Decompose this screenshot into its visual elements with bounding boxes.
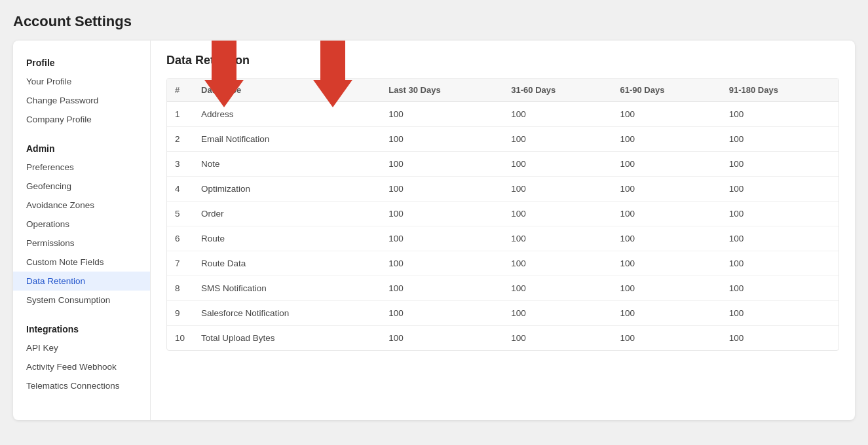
table-header-row: # Data Type Last 30 Days 31-60 Days 61-9… xyxy=(167,79,839,102)
cell-31-60: 100 xyxy=(503,127,612,152)
cell-61-90: 100 xyxy=(612,251,721,276)
cell-num: 8 xyxy=(167,276,193,301)
sidebar-item-system-consumption[interactable]: System Consumption xyxy=(13,291,150,310)
cell-91-180: 100 xyxy=(721,177,839,202)
table-row: 7 Route Data 100 100 100 100 xyxy=(167,251,839,276)
cell-last30: 100 xyxy=(381,226,503,251)
cell-91-180: 100 xyxy=(721,251,839,276)
cell-type: Total Upload Bytes xyxy=(193,326,381,351)
cell-61-90: 100 xyxy=(612,301,721,326)
cell-31-60: 100 xyxy=(503,102,612,127)
table-row: 4 Optimization 100 100 100 100 xyxy=(167,177,839,202)
cell-last30: 100 xyxy=(381,202,503,226)
cell-61-90: 100 xyxy=(612,276,721,301)
cell-31-60: 100 xyxy=(503,276,612,301)
cell-61-90: 100 xyxy=(612,102,721,127)
sidebar-item-activity-feed-webhook[interactable]: Activity Feed Webhook xyxy=(13,357,150,376)
cell-61-90: 100 xyxy=(612,326,721,351)
sidebar-item-data-retention[interactable]: Data Retention xyxy=(13,272,150,291)
cell-last30: 100 xyxy=(381,276,503,301)
page-title: Account Settings xyxy=(13,13,855,30)
sidebar-item-permissions[interactable]: Permissions xyxy=(13,234,150,253)
cell-last30: 100 xyxy=(381,102,503,127)
col-header-last30: Last 30 Days xyxy=(381,79,503,102)
cell-num: 2 xyxy=(167,127,193,152)
cell-31-60: 100 xyxy=(503,326,612,351)
table-row: 8 SMS Notification 100 100 100 100 xyxy=(167,276,839,301)
cell-91-180: 100 xyxy=(721,301,839,326)
col-header-31-60: 31-60 Days xyxy=(503,79,612,102)
col-header-91-180: 91-180 Days xyxy=(721,79,839,102)
cell-31-60: 100 xyxy=(503,202,612,226)
sidebar-item-api-key[interactable]: API Key xyxy=(13,338,150,357)
cell-91-180: 100 xyxy=(721,276,839,301)
table-row: 6 Route 100 100 100 100 xyxy=(167,226,839,251)
table-row: 5 Order 100 100 100 100 xyxy=(167,202,839,226)
cell-num: 6 xyxy=(167,226,193,251)
table-row: 2 Email Notification 100 100 100 100 xyxy=(167,127,839,152)
admin-section-label: Admin xyxy=(13,137,150,158)
section-title: Data Retention xyxy=(166,54,839,67)
integrations-section-label: Integrations xyxy=(13,317,150,338)
sidebar-item-telematics-connections[interactable]: Telematics Connections xyxy=(13,376,150,395)
sidebar: Profile Your Profile Change Password Com… xyxy=(13,41,151,420)
data-retention-table: # Data Type Last 30 Days 31-60 Days 61-9… xyxy=(167,79,839,350)
sidebar-item-geofencing[interactable]: Geofencing xyxy=(13,177,150,196)
cell-91-180: 100 xyxy=(721,226,839,251)
col-header-num: # xyxy=(167,79,193,102)
cell-num: 3 xyxy=(167,152,193,177)
cell-31-60: 100 xyxy=(503,251,612,276)
cell-type: SMS Notification xyxy=(193,276,381,301)
cell-type: Route Data xyxy=(193,251,381,276)
cell-61-90: 100 xyxy=(612,202,721,226)
sidebar-item-custom-note-fields[interactable]: Custom Note Fields xyxy=(13,253,150,272)
table-row: 10 Total Upload Bytes 100 100 100 100 xyxy=(167,326,839,351)
sidebar-item-avoidance-zones[interactable]: Avoidance Zones xyxy=(13,196,150,215)
table-row: 9 Salesforce Notification 100 100 100 10… xyxy=(167,301,839,326)
main-content: Data Retention # Data Type Last 30 Days … xyxy=(151,41,855,420)
cell-num: 7 xyxy=(167,251,193,276)
col-header-data-type: Data Type xyxy=(193,79,381,102)
table-row: 3 Note 100 100 100 100 xyxy=(167,152,839,177)
main-container: Profile Your Profile Change Password Com… xyxy=(13,41,855,420)
profile-section-label: Profile xyxy=(13,51,150,72)
sidebar-item-operations[interactable]: Operations xyxy=(13,215,150,234)
cell-type: Order xyxy=(193,202,381,226)
cell-61-90: 100 xyxy=(612,226,721,251)
cell-type: Note xyxy=(193,152,381,177)
cell-last30: 100 xyxy=(381,326,503,351)
cell-last30: 100 xyxy=(381,152,503,177)
cell-91-180: 100 xyxy=(721,127,839,152)
table-row: 1 Address 100 100 100 100 xyxy=(167,102,839,127)
cell-91-180: 100 xyxy=(721,202,839,226)
cell-last30: 100 xyxy=(381,127,503,152)
cell-type: Route xyxy=(193,226,381,251)
cell-61-90: 100 xyxy=(612,127,721,152)
cell-num: 1 xyxy=(167,102,193,127)
cell-num: 5 xyxy=(167,202,193,226)
cell-31-60: 100 xyxy=(503,301,612,326)
cell-type: Address xyxy=(193,102,381,127)
data-table-wrapper[interactable]: # Data Type Last 30 Days 31-60 Days 61-9… xyxy=(166,78,839,351)
cell-last30: 100 xyxy=(381,251,503,276)
cell-91-180: 100 xyxy=(721,102,839,127)
cell-type: Salesforce Notification xyxy=(193,301,381,326)
cell-31-60: 100 xyxy=(503,226,612,251)
cell-31-60: 100 xyxy=(503,152,612,177)
cell-num: 4 xyxy=(167,177,193,202)
cell-91-180: 100 xyxy=(721,326,839,351)
cell-31-60: 100 xyxy=(503,177,612,202)
cell-last30: 100 xyxy=(381,177,503,202)
cell-last30: 100 xyxy=(381,301,503,326)
sidebar-item-preferences[interactable]: Preferences xyxy=(13,158,150,177)
cell-61-90: 100 xyxy=(612,152,721,177)
sidebar-item-company-profile[interactable]: Company Profile xyxy=(13,110,150,129)
sidebar-item-change-password[interactable]: Change Password xyxy=(13,91,150,110)
sidebar-item-your-profile[interactable]: Your Profile xyxy=(13,72,150,91)
cell-61-90: 100 xyxy=(612,177,721,202)
cell-type: Email Notification xyxy=(193,127,381,152)
col-header-61-90: 61-90 Days xyxy=(612,79,721,102)
cell-num: 10 xyxy=(167,326,193,351)
cell-num: 9 xyxy=(167,301,193,326)
cell-91-180: 100 xyxy=(721,152,839,177)
